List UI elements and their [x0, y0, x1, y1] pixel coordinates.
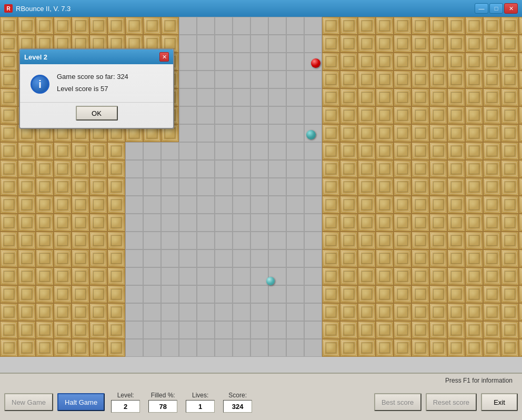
dialog-message-1: Game score so far: 324 — [57, 73, 128, 81]
lives-label: Lives: — [192, 392, 208, 399]
app-icon: R — [4, 4, 13, 13]
level-value: 2 — [111, 400, 140, 413]
dialog-body: i Game score so far: 324 Level score is … — [20, 64, 173, 100]
filled-stat: Filled %: 78 — [148, 392, 177, 413]
dialog-info-icon: i — [31, 75, 49, 94]
dialog-close-button[interactable]: ✕ — [159, 52, 169, 62]
title-bar-buttons: — □ ✕ — [475, 3, 518, 14]
best-score-button[interactable]: Best score — [374, 393, 421, 411]
game-area: Level 2 ✕ i Game score so far: 324 Level… — [0, 17, 522, 373]
status-controls: New Game Halt Game Level: 2 Filled %: 78… — [4, 386, 518, 418]
halt-game-button[interactable]: Halt Game — [57, 393, 105, 411]
score-label: Score: — [228, 392, 247, 399]
status-bar: Press F1 for information New Game Halt G… — [0, 373, 522, 420]
lives-stat: Lives: 1 — [186, 392, 215, 413]
close-button[interactable]: ✕ — [504, 3, 518, 14]
title-bar-left: R RBounce II, V. 7.3 — [4, 4, 71, 13]
level-label: Level: — [117, 392, 134, 399]
window-title: RBounce II, V. 7.3 — [16, 5, 71, 13]
dialog-footer: OK — [20, 102, 173, 128]
filled-value: 78 — [148, 400, 177, 413]
dialog-ok-button[interactable]: OK — [76, 106, 118, 121]
maximize-button[interactable]: □ — [489, 3, 503, 14]
dialog-title: Level 2 — [24, 53, 47, 61]
dialog-messages: Game score so far: 324 Level score is 57 — [57, 73, 128, 93]
lives-value: 1 — [186, 400, 215, 413]
level-dialog: Level 2 ✕ i Game score so far: 324 Level… — [19, 48, 174, 129]
score-stat: Score: 324 — [223, 392, 252, 413]
title-bar: R RBounce II, V. 7.3 — □ ✕ — [0, 0, 522, 17]
score-value: 324 — [223, 400, 252, 413]
dialog-message-2: Level score is 57 — [57, 85, 128, 93]
new-game-button[interactable]: New Game — [4, 393, 53, 411]
level-stat: Level: 2 — [111, 392, 140, 413]
reset-score-button[interactable]: Reset score — [426, 393, 477, 411]
dialog-overlay: Level 2 ✕ i Game score so far: 324 Level… — [0, 17, 522, 373]
dialog-title-bar: Level 2 ✕ — [20, 49, 173, 64]
exit-button[interactable]: Exit — [481, 393, 518, 411]
main-window: Level 2 ✕ i Game score so far: 324 Level… — [0, 17, 522, 420]
status-hint: Press F1 for information — [4, 376, 518, 386]
minimize-button[interactable]: — — [475, 3, 488, 14]
filled-label: Filled %: — [151, 392, 175, 399]
